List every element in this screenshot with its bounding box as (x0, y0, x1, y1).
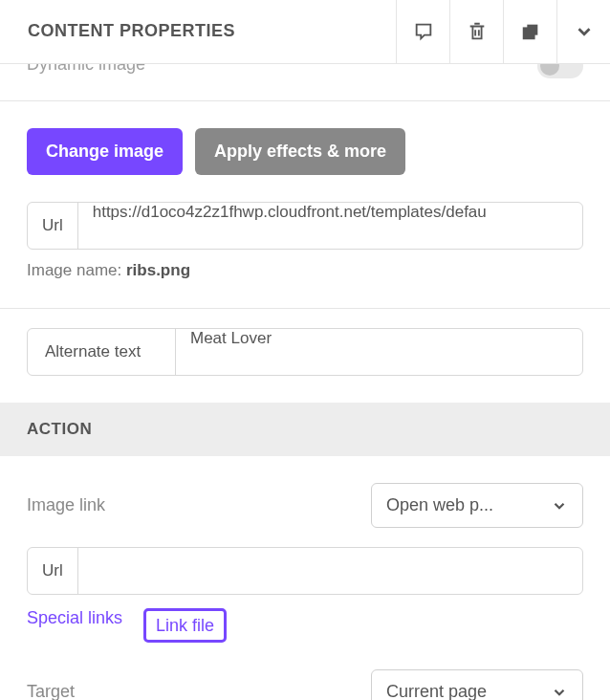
duplicate-icon (520, 21, 541, 42)
comment-button[interactable] (396, 0, 449, 63)
change-image-button[interactable]: Change image (27, 128, 183, 175)
svg-rect-2 (523, 28, 534, 38)
image-link-value: Open web p... (386, 495, 493, 515)
link-url-prefix: Url (28, 548, 78, 594)
link-url-input[interactable] (78, 548, 582, 594)
duplicate-button[interactable] (503, 0, 556, 63)
apply-effects-button[interactable]: Apply effects & more (195, 128, 405, 175)
image-buttons: Change image Apply effects & more (0, 101, 610, 202)
dynamic-image-row: Dynamic image (0, 64, 610, 81)
trash-icon (467, 21, 488, 42)
panel-title: CONTENT PROPERTIES (0, 0, 263, 63)
header-actions (396, 0, 610, 63)
alt-text-group: Alternate text Meat Lover (27, 328, 583, 376)
image-url-group: Url https://d1oco4z2z1fhwp.cloudfront.ne… (27, 202, 583, 250)
image-name-label: Image name: (27, 261, 121, 279)
action-heading: ACTION (0, 403, 610, 456)
collapse-button[interactable] (556, 0, 610, 63)
target-value: Current page (386, 682, 487, 700)
image-link-row: Image link Open web p... (0, 483, 610, 528)
alt-text-label: Alternate text (28, 329, 176, 375)
image-url-input[interactable]: https://d1oco4z2z1fhwp.cloudfront.net/te… (78, 203, 582, 249)
target-select[interactable]: Current page (371, 669, 583, 700)
target-label: Target (27, 682, 75, 700)
dynamic-image-label: Dynamic image (27, 64, 145, 75)
image-name-value: ribs.png (126, 261, 190, 279)
chevron-down-icon (551, 684, 568, 701)
image-link-label: Image link (27, 495, 105, 515)
link-url-group: Url (27, 547, 583, 595)
link-options-row: Special links Link file (0, 595, 610, 643)
link-file-link[interactable]: Link file (143, 608, 227, 643)
url-prefix: Url (28, 203, 78, 249)
toggle-knob (540, 64, 559, 76)
alt-text-input[interactable]: Meat Lover (176, 329, 582, 375)
target-row: Target Current page (0, 669, 610, 700)
panel-header: CONTENT PROPERTIES (0, 0, 610, 64)
spacer (0, 280, 610, 309)
comment-icon (413, 21, 434, 42)
chevron-down-icon (574, 21, 595, 42)
delete-button[interactable] (449, 0, 503, 63)
special-links-link[interactable]: Special links (27, 608, 122, 643)
image-link-select[interactable]: Open web p... (371, 483, 583, 528)
chevron-down-icon (551, 497, 568, 514)
image-name-row: Image name: ribs.png (0, 250, 610, 280)
dynamic-image-toggle[interactable] (537, 64, 583, 78)
